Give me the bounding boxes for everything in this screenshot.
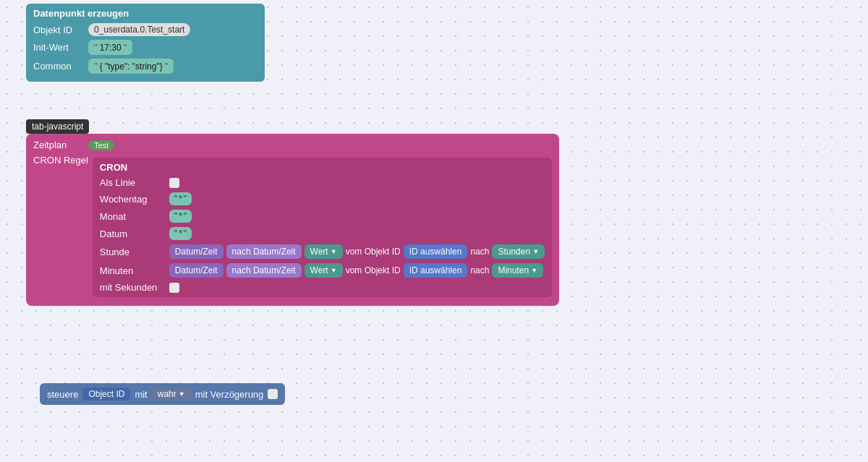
object-id-pill[interactable]: Object ID [82,388,130,401]
mit-sekunden-label: mit Sekunden [100,282,165,293]
stunde-nach2-label: nach [470,247,489,257]
minuten-datetime[interactable]: Datum/Zeit [169,263,224,278]
cron-inner-block: CRON Als Linie Wochentag " * " [93,158,552,297]
wochentag-label: Wochentag [100,194,165,205]
objekt-id-value[interactable]: 0_userdata.0.Test_start [88,23,190,36]
stunde-nach-datetime[interactable]: nach Datum/Zeit [226,244,302,259]
stunde-label: Stunde [100,247,165,257]
stunde-unit-dropdown[interactable]: Stunden [492,244,545,259]
stunde-datetime[interactable]: Datum/Zeit [169,244,224,259]
mit-verzoegerung-label: mit Verzögerung [195,389,264,400]
zeitplan-label: Zeitplan [33,140,84,150]
cron-title: CRON [100,162,545,173]
monat-value[interactable]: " * " [169,210,192,223]
common-value[interactable]: " { "type": "string"} " [88,59,174,74]
teal-block: Datenpunkt erzeugen Objekt ID 0_userdata… [26,4,265,82]
common-label: Common [33,61,84,72]
minuten-nach2-label: nach [470,265,489,275]
minuten-label: Minuten [100,265,165,276]
mit-label: mit [135,389,147,400]
datum-value[interactable]: " * " [169,227,192,240]
teal-block-title: Datenpunkt erzeugen [33,8,258,19]
cron-regel-label: CRON Regel [33,155,88,166]
minuten-id-select[interactable]: ID auswählen [404,263,468,278]
zeitplan-badge[interactable]: Test [88,140,114,150]
monat-label: Monat [100,211,165,222]
steuere-label: steuere [47,389,78,400]
minuten-datetime-block: Datum/Zeit nach Datum/Zeit Wert vom Obje… [169,263,543,278]
datum-label: Datum [100,228,165,239]
mit-sekunden-checkbox[interactable] [169,283,179,293]
wochentag-value[interactable]: " * " [169,192,192,205]
als-linie-checkbox[interactable] [169,178,179,188]
minuten-unit-dropdown[interactable]: Minuten [492,263,543,278]
init-wert-value[interactable]: " 17:30 " [88,40,132,55]
stunde-wert-dropdown[interactable]: Wert [305,244,343,259]
steuere-block: steuere Object ID mit wahr mit Verzögeru… [40,383,285,405]
purple-block: Zeitplan Test CRON Regel CRON Als Linie … [26,134,559,306]
minuten-wert-dropdown[interactable]: Wert [305,263,343,278]
stunde-datetime-block: Datum/Zeit nach Datum/Zeit Wert vom Obje… [169,244,545,259]
wahr-dropdown[interactable]: wahr [152,388,191,401]
objekt-id-label: Objekt ID [33,25,84,35]
minuten-nach-datetime[interactable]: nach Datum/Zeit [226,263,302,278]
verzoegerung-checkbox[interactable] [268,389,278,399]
stunde-vom-label: vom Objekt ID [346,247,401,257]
tooltip: tab-javascript [26,119,89,134]
stunde-id-select[interactable]: ID auswählen [404,244,468,259]
als-linie-label: Als Linie [100,177,165,188]
minuten-vom-label: vom Objekt ID [346,265,401,275]
init-wert-label: Init-Wert [33,42,84,53]
